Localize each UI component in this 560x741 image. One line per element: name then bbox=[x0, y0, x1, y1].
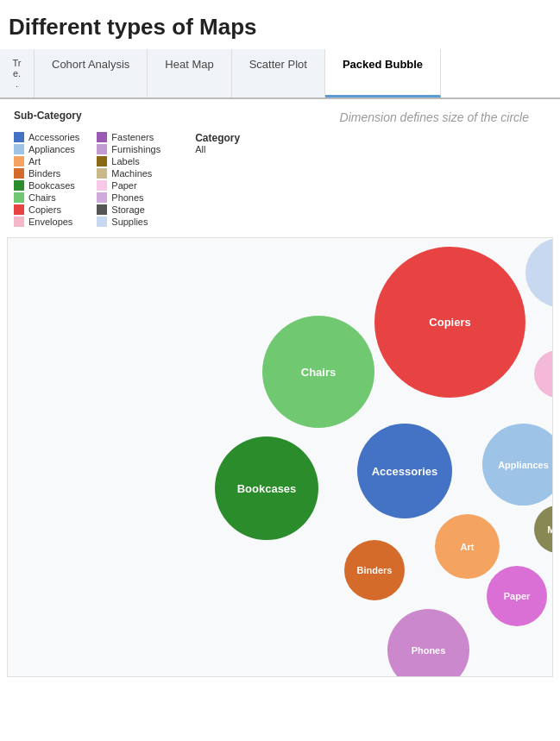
tab-scatter[interactable]: Scatter Plot bbox=[232, 49, 325, 97]
legend-item: Appliances bbox=[14, 144, 79, 154]
legend-col1: AccessoriesAppliancesArtBindersBookcases… bbox=[14, 132, 79, 227]
bubble-Paper[interactable]: Paper bbox=[487, 566, 547, 626]
legend-item-label: Labels bbox=[111, 156, 139, 166]
legend-item-label: Supplies bbox=[111, 217, 148, 227]
legend-color-swatch bbox=[14, 156, 24, 166]
legend-item: Labels bbox=[97, 156, 160, 166]
tab-tree[interactable]: Tre.. bbox=[0, 49, 35, 97]
legend-color-swatch bbox=[97, 180, 107, 191]
tabs-container: Tre.. Cohort Analysis Heat Map Scatter P… bbox=[0, 49, 560, 99]
legend-item: Fasteners bbox=[97, 132, 160, 142]
legend-item: Copiers bbox=[14, 204, 79, 215]
legend-container: Sub-Category AccessoriesAppliancesArtBin… bbox=[14, 110, 240, 227]
category-title: Category bbox=[195, 132, 240, 144]
legend-item-label: Appliances bbox=[28, 144, 75, 154]
legend-color-swatch bbox=[97, 132, 107, 142]
legend-item-label: Binders bbox=[28, 168, 60, 179]
legend-item: Envelopes bbox=[14, 217, 79, 227]
legend-item-label: Bookcases bbox=[28, 180, 75, 191]
legend-item: Storage bbox=[97, 204, 160, 215]
bubble-Copiers[interactable]: Copiers bbox=[374, 247, 525, 398]
legend-item: Chairs bbox=[14, 192, 79, 203]
legend-cols: AccessoriesAppliancesArtBindersBookcases… bbox=[14, 132, 240, 227]
tab-packed[interactable]: Packed Bubble bbox=[325, 49, 441, 97]
legend-color-swatch bbox=[97, 168, 107, 179]
bubble-Phones[interactable]: Phones bbox=[387, 609, 469, 677]
bubble-Binders[interactable]: Binders bbox=[344, 540, 405, 600]
legend-item: Paper bbox=[97, 180, 160, 191]
legend-item-label: Furnishings bbox=[111, 144, 160, 154]
legend-item-label: Paper bbox=[111, 180, 136, 191]
legend-item: Machines bbox=[97, 168, 160, 179]
legend-item-label: Phones bbox=[111, 192, 143, 203]
legend-item-label: Accessories bbox=[28, 132, 79, 142]
legend-color-swatch bbox=[14, 132, 24, 142]
legend-item: Phones bbox=[97, 192, 160, 203]
legend-item-label: Machines bbox=[111, 168, 152, 179]
bubble-Appliances[interactable]: Appliances bbox=[482, 424, 553, 506]
legend-title: Sub-Category bbox=[14, 110, 240, 122]
category-section: Category All bbox=[195, 132, 240, 227]
bubble-unlabeled[interactable] bbox=[525, 238, 553, 307]
legend-color-swatch bbox=[97, 217, 107, 227]
legend-item-label: Art bbox=[28, 156, 41, 166]
legend-item-label: Envelopes bbox=[28, 217, 72, 227]
legend-color-swatch bbox=[14, 192, 24, 203]
category-value: All bbox=[195, 144, 240, 154]
legend-item: Bookcases bbox=[14, 180, 79, 191]
legend-color-swatch bbox=[14, 144, 24, 154]
bubble-Bookcases[interactable]: Bookcases bbox=[215, 436, 318, 540]
bubble-Chairs[interactable]: Chairs bbox=[262, 316, 374, 428]
legend-item-label: Chairs bbox=[28, 192, 56, 203]
tab-cohort[interactable]: Cohort Analysis bbox=[35, 49, 148, 97]
legend-item: Furnishings bbox=[97, 144, 160, 154]
legend-color-swatch bbox=[14, 204, 24, 215]
legend-color-swatch bbox=[97, 156, 107, 166]
legend-color-swatch bbox=[97, 192, 107, 203]
legend-and-note-container: Sub-Category AccessoriesAppliancesArtBin… bbox=[0, 99, 560, 234]
legend-item-label: Fasteners bbox=[111, 132, 154, 142]
legend-item: Accessories bbox=[14, 132, 79, 142]
legend-color-swatch bbox=[14, 180, 24, 191]
legend-item: Supplies bbox=[97, 217, 160, 227]
bubble-Ma...[interactable]: Ma... bbox=[534, 506, 553, 553]
legend-color-swatch bbox=[14, 217, 24, 227]
chart-container: CopiersChairsBookcasesAccessoriesApplian… bbox=[7, 237, 553, 677]
legend-color-swatch bbox=[14, 168, 24, 179]
legend-item: Binders bbox=[14, 168, 79, 179]
legend-color-swatch bbox=[97, 144, 107, 154]
tab-heatmap[interactable]: Heat Map bbox=[148, 49, 231, 97]
page-title: Different types of Maps bbox=[0, 0, 560, 49]
bubble-unlabeled[interactable] bbox=[534, 350, 553, 398]
legend-item-label: Storage bbox=[111, 204, 145, 215]
legend-item: Art bbox=[14, 156, 79, 166]
dimension-note: Dimension defines size of the circle bbox=[340, 110, 546, 127]
bubble-Art[interactable]: Art bbox=[435, 514, 500, 579]
legend-col2: FastenersFurnishingsLabelsMachinesPaperP… bbox=[97, 132, 160, 227]
legend-item-label: Copiers bbox=[28, 204, 61, 215]
legend-color-swatch bbox=[97, 204, 107, 215]
bubble-Accessories[interactable]: Accessories bbox=[357, 424, 452, 518]
